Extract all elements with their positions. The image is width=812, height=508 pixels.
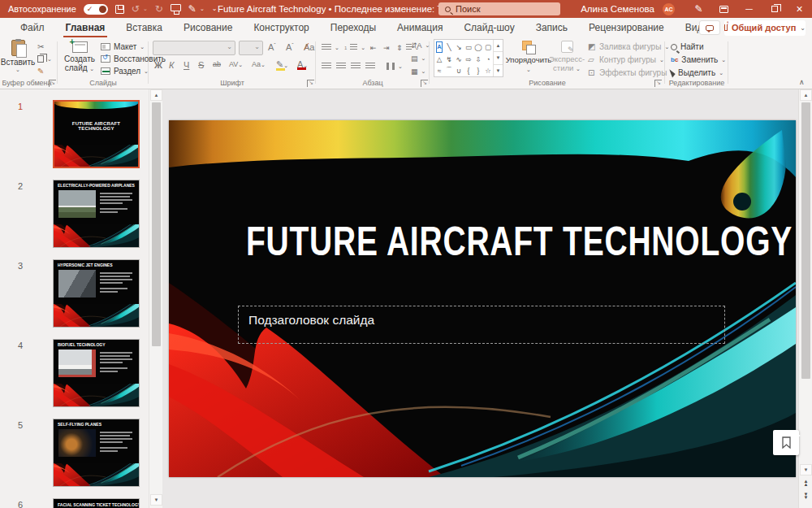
redo-icon[interactable]: ↻ xyxy=(155,0,163,18)
ink-pen-icon[interactable]: ✎ xyxy=(188,0,197,18)
shape-item-2[interactable]: ↘ xyxy=(454,40,464,54)
save-icon[interactable] xyxy=(115,5,124,14)
thumbnail-preview[interactable]: ELECTRICALLY-POWERED AIRPLANES ELECTRICA… xyxy=(53,180,140,248)
underline-button[interactable]: Ч xyxy=(184,60,189,70)
clipboard-dialog-launcher-icon[interactable] xyxy=(49,80,56,87)
autosave-toggle[interactable]: ✓ xyxy=(84,4,108,15)
font-dialog-launcher-icon[interactable] xyxy=(307,80,314,87)
search-input[interactable]: Поиск xyxy=(438,2,560,15)
convert-smartart-button[interactable]: ▦⌄ xyxy=(411,65,425,77)
tab-Файл[interactable]: Файл xyxy=(10,18,55,37)
minimize-button[interactable]: ─ xyxy=(736,0,762,18)
character-spacing-button[interactable]: AV⌄ xyxy=(229,60,243,68)
slide-thumbnail[interactable]: 3 HYPERSONIC JET ENGINES HYPERSONIC JET … xyxy=(0,259,149,328)
slide-title[interactable]: FUTURE AIRCRAFT TECHNOLOGY xyxy=(169,218,796,265)
text-direction-button[interactable]: ⇵А⌄ xyxy=(411,39,430,51)
change-case-button[interactable]: Аа⌄ xyxy=(252,60,266,68)
thumbnail-preview[interactable]: HYPERSONIC JET ENGINES HYPERSONIC JET EN… xyxy=(53,259,140,328)
slide-scrollbar[interactable]: ▲ ▼ ▲▲ ▼▼ xyxy=(798,89,812,508)
shape-item-3[interactable]: ▭ xyxy=(464,40,473,54)
shapes-more-icon[interactable]: ▼ xyxy=(494,65,503,76)
scroll-down-icon[interactable]: ▼ xyxy=(800,464,812,475)
ribbon-display-options-icon[interactable] xyxy=(711,0,736,18)
slide-thumbnail[interactable]: 1 FUTURE AIRCRAFT TECHNOLOGY FUTURE AIRC… xyxy=(0,100,149,168)
italic-button[interactable]: К xyxy=(169,60,174,70)
decrease-indent-button[interactable]: ⇤ xyxy=(370,41,377,54)
undo-chevron-icon[interactable]: ⌄ xyxy=(143,0,148,18)
select-button[interactable]: Выделить⌄ xyxy=(671,67,723,79)
layout-button[interactable]: Макет⌄ xyxy=(101,41,145,53)
slide-thumbnail[interactable]: 2 ELECTRICALLY-POWERED AIRPLANES ELECTRI… xyxy=(0,180,149,248)
share-button[interactable]: Общий доступ ⌄ xyxy=(724,20,806,36)
scrollbar-thumb[interactable] xyxy=(152,102,161,346)
shapes-scroll-down-icon[interactable]: ▼ xyxy=(494,51,503,64)
replace-button[interactable]: bcЗаменить⌄ xyxy=(671,54,726,66)
tab-Вставка[interactable]: Вставка xyxy=(115,18,173,37)
scroll-up-icon[interactable]: ▲ xyxy=(800,89,812,101)
arrange-button[interactable]: Упорядочить⌄ xyxy=(505,39,552,78)
tab-Главная[interactable]: Главная xyxy=(55,18,116,37)
columns-button[interactable]: ⌄ xyxy=(387,60,403,72)
shapes-scroll-up-icon[interactable]: ▲ xyxy=(494,40,503,51)
format-painter-button[interactable]: ✎ xyxy=(37,65,44,77)
next-slide-button[interactable]: ▼▼ xyxy=(800,490,812,501)
align-right-button[interactable] xyxy=(351,60,361,72)
shape-item-7[interactable]: ↯ xyxy=(444,54,454,65)
shape-effects-button[interactable]: ⊡Эффекты фигуры⌄ xyxy=(588,67,675,79)
shape-item-5[interactable]: ▢ xyxy=(483,40,493,54)
slide-thumbnail[interactable]: 6 FACIAL SCANNING TICKET TECHNOLOGY FACI… xyxy=(0,498,149,508)
thumbnail-preview[interactable]: FUTURE AIRCRAFT TECHNOLOGY FUTURE AIRCRA… xyxy=(53,100,140,168)
align-left-button[interactable] xyxy=(322,60,331,72)
avatar[interactable]: АС xyxy=(663,3,675,15)
scroll-down-icon[interactable]: ▼ xyxy=(150,494,162,506)
slide-thumbnail[interactable]: 5 SELF-FLYING PLANES SELF-FLYING PLANES xyxy=(0,419,149,487)
slide-canvas[interactable]: FUTURE AIRCRAFT TECHNOLOGY Подзаголовок … xyxy=(169,120,796,477)
align-center-button[interactable] xyxy=(336,60,346,72)
font-name-select[interactable] xyxy=(153,41,235,55)
increase-indent-button[interactable]: ⇥ xyxy=(383,41,390,54)
ink-chevron-icon[interactable]: ⌄ xyxy=(200,0,205,18)
shape-item-16[interactable]: } xyxy=(473,64,483,76)
scroll-up-icon[interactable]: ▲ xyxy=(150,89,162,101)
tab-Слайд-шоу[interactable]: Слайд-шоу xyxy=(453,18,525,37)
strikethrough-button[interactable]: S xyxy=(198,60,204,70)
copy-button[interactable]: ⌄ xyxy=(37,53,52,65)
shape-fill-button[interactable]: ◩Заливка фигуры⌄ xyxy=(588,41,669,53)
clear-formatting-button[interactable]: Аa⁄ xyxy=(304,42,314,52)
shape-item-6[interactable]: △ xyxy=(434,54,444,65)
tab-Анимация[interactable]: Анимация xyxy=(387,18,453,37)
pen-mode-icon[interactable]: ✎ xyxy=(686,0,711,18)
shape-outline-button[interactable]: ▱Контур фигуры⌄ xyxy=(588,54,664,66)
shape-item-17[interactable]: ☆ xyxy=(483,64,493,76)
shape-item-9[interactable]: ⇨ xyxy=(464,54,473,65)
shape-item-14[interactable]: ∪ xyxy=(454,64,464,76)
previous-slide-button[interactable]: ▲▲ xyxy=(800,477,812,488)
shape-item-11[interactable]: ◔ xyxy=(483,54,493,65)
paragraph-dialog-launcher-icon[interactable] xyxy=(421,80,428,87)
cut-button[interactable]: ✂ xyxy=(37,41,44,53)
drawing-dialog-launcher-icon[interactable] xyxy=(654,80,662,87)
shape-item-1[interactable]: ╲ xyxy=(444,40,454,54)
paste-button[interactable]: Вставить⌄ xyxy=(3,39,32,78)
section-button[interactable]: Раздел⌄ xyxy=(101,65,149,77)
thumbnails-scrollbar[interactable]: ▲ ▼ xyxy=(149,89,162,508)
tab-Рисование[interactable]: Рисование xyxy=(173,18,243,37)
scrollbar-thumb[interactable] xyxy=(801,102,810,379)
start-slideshow-icon[interactable] xyxy=(171,4,181,11)
justify-button[interactable] xyxy=(365,60,375,72)
tab-Конструктор[interactable]: Конструктор xyxy=(243,18,319,37)
user-name[interactable]: Алина Семенова xyxy=(581,4,654,14)
find-button[interactable]: Найти xyxy=(671,41,704,53)
shape-item-15[interactable]: { xyxy=(464,64,473,76)
bookmark-callout-button[interactable] xyxy=(773,430,799,455)
bold-button[interactable]: Ж xyxy=(154,60,162,70)
tab-Переходы[interactable]: Переходы xyxy=(320,18,387,37)
shape-item-13[interactable]: ⌒ xyxy=(444,64,454,76)
text-shadow-button[interactable]: ab xyxy=(213,60,221,68)
font-color-button[interactable]: А⌄ xyxy=(297,59,308,69)
thumbnail-preview[interactable]: FACIAL SCANNING TICKET TECHNOLOGY FACIAL… xyxy=(53,498,140,508)
comments-button[interactable] xyxy=(699,20,720,35)
tab-Рецензирование[interactable]: Рецензирование xyxy=(578,18,675,37)
shape-item-0[interactable]: A xyxy=(436,41,443,53)
numbering-button[interactable]: 1⌄ xyxy=(344,41,365,54)
